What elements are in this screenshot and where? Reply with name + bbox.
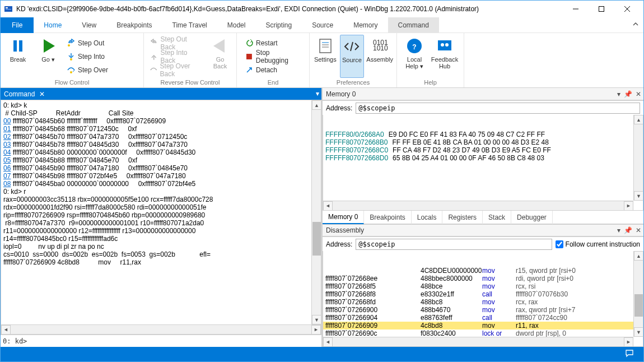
disassembly-row[interactable]: fffff807`0726690cf0830c2400lock ordword …	[323, 329, 633, 337]
memory-pin-icon[interactable]: 📌	[624, 90, 632, 98]
ribbon-collapse-icon[interactable]	[632, 21, 639, 29]
window-title: KD 'exdi:CLSID={29f9906e-9dbe-4d4b-b0fb-…	[16, 5, 563, 13]
svg-rect-7	[13, 40, 17, 52]
stack-frame-link[interactable]: 01	[3, 125, 11, 133]
disassembly-address-input[interactable]	[356, 239, 552, 250]
disassembly-row[interactable]: fffff807`072668f5488bcemovrcx, rsi	[323, 282, 633, 290]
memory-address-bar: Address:	[323, 100, 643, 115]
memory-row: FFFFF807072668B0FF FF EB 0E 41 8B CA BA …	[323, 138, 633, 146]
memory-dropdown-icon[interactable]: ▾	[617, 90, 620, 98]
step-into-button[interactable]: Step Into	[64, 50, 110, 63]
go-button[interactable]: Go ▾	[34, 35, 62, 78]
close-button[interactable]	[614, 1, 640, 17]
disassembly-pin-icon[interactable]: 📌	[624, 226, 632, 234]
maximize-button[interactable]	[589, 1, 614, 17]
memory-hscroll[interactable]: ◄►	[323, 201, 633, 210]
menu-view[interactable]: View	[72, 17, 106, 33]
stack-frame-link[interactable]: 02	[3, 133, 11, 141]
memory-tab[interactable]: Breakpoints	[364, 211, 411, 224]
minimize-button[interactable]	[563, 1, 589, 17]
disassembly-hscroll[interactable]: ◄►	[323, 337, 633, 346]
memory-panel-header[interactable]: Memory 0 ▾📌✕	[323, 88, 643, 100]
svg-rect-4	[599, 7, 604, 12]
group-pref-label: Preferences	[313, 78, 393, 87]
step-out-button[interactable]: Step Out	[64, 37, 110, 49]
command-panel-title: Command	[4, 90, 35, 98]
menu-time-travel[interactable]: Time Travel	[162, 17, 217, 33]
command-panel-header[interactable]: Command ✕ ▾	[1, 88, 321, 100]
disassembly-row[interactable]: 4C8DDEU00000000movr15, qword ptr [rsi+0	[323, 267, 633, 275]
group-end-label: End	[240, 78, 306, 87]
command-vscroll[interactable]: ▲▼	[311, 100, 321, 324]
group-flow-label: Flow Control	[4, 78, 140, 87]
stack-frame-link[interactable]: 07	[3, 172, 11, 180]
disassembly-row[interactable]: fffff807`07266900488b4670movrax, qword p…	[323, 306, 633, 314]
disassembly-address-bar: Address: Follow current instruction	[323, 236, 643, 251]
command-output[interactable]: 0: kd> k # Child-SP RetAddr Call Site00 …	[1, 100, 321, 324]
step-into-back-button[interactable]: Step Into Back	[147, 50, 205, 63]
break-button[interactable]: Break	[4, 35, 32, 78]
command-input[interactable]	[29, 337, 319, 345]
stack-frame-link[interactable]: 06	[3, 164, 11, 172]
menu-file[interactable]: File	[1, 17, 34, 33]
stack-frame-link[interactable]: 05	[3, 156, 11, 164]
ribbon: Break Go ▾ Step Out Step Into Step Over …	[1, 33, 643, 88]
detach-button[interactable]: Detach	[242, 64, 306, 76]
disassembly-panel-header[interactable]: Disassembly ▾📌✕	[323, 224, 643, 236]
memory-address-input[interactable]	[356, 103, 640, 114]
disassembly-row[interactable]: fffff807`072668f8e83302e1ffcallfffff807`…	[323, 290, 633, 298]
svg-text:?: ?	[412, 43, 416, 51]
disassembly-dropdown-icon[interactable]: ▾	[617, 226, 620, 234]
svg-point-9	[68, 44, 70, 47]
menu-breakpoints[interactable]: Breakpoints	[106, 17, 162, 33]
stack-frame-link[interactable]: 03	[3, 141, 11, 148]
stack-frame-link[interactable]: 08	[3, 180, 11, 188]
disassembly-row[interactable]: fffff807`072668ee488bbec8000000movrdi, q…	[323, 275, 633, 282]
title-bar: KD 'exdi:CLSID={29f9906e-9dbe-4d4b-b0fb-…	[1, 1, 643, 17]
command-panel-close-icon[interactable]: ✕	[39, 90, 45, 98]
disassembly-row[interactable]: fffff807`072669094c8bd8movr11, rax	[323, 322, 633, 329]
stack-frame-link[interactable]: 00	[3, 117, 11, 125]
command-panel-menu-icon[interactable]: ▾	[316, 90, 319, 98]
disassembly-row[interactable]: fffff807`07266904e88763feffcallfffff807`…	[323, 314, 633, 322]
disassembly-close-icon[interactable]: ✕	[636, 226, 641, 234]
feedback-hub-button[interactable]: Feedback Hub	[431, 35, 459, 78]
restart-button[interactable]: Restart	[242, 37, 306, 49]
menu-scripting[interactable]: Scripting	[255, 17, 302, 33]
follow-instruction-checkbox[interactable]: Follow current instruction	[556, 240, 640, 248]
disassembly-row[interactable]: fffff807`072668fd488bc8movrcx, rax	[323, 298, 633, 306]
menu-memory[interactable]: Memory	[343, 17, 388, 33]
settings-button[interactable]: Settings	[313, 35, 338, 78]
command-hscroll[interactable]: ◄►	[1, 324, 321, 334]
local-help-button[interactable]: ? Local Help ▾	[400, 35, 428, 78]
memory-view[interactable]: FFFFF80/0/2668A0E9 D0 FC E0 FF 41 83 FA …	[323, 115, 643, 211]
step-over-back-button[interactable]: Step Over Back	[147, 64, 205, 76]
disassembly-vscroll[interactable]: ▲▼	[633, 251, 643, 337]
memory-tab[interactable]: Debugger	[511, 211, 553, 224]
menu-command[interactable]: Command	[388, 17, 439, 33]
go-back-button[interactable]: Go Back	[207, 35, 233, 78]
memory-vscroll[interactable]: ▲▼	[633, 115, 643, 201]
source-mode-button[interactable]: Source	[340, 35, 365, 78]
memory-tab[interactable]: Memory 0	[323, 211, 364, 224]
follow-instruction-input[interactable]	[556, 240, 563, 248]
menu-source[interactable]: Source	[302, 17, 343, 33]
memory-close-icon[interactable]: ✕	[636, 90, 641, 98]
svg-rect-21	[438, 40, 451, 50]
stop-debugging-button[interactable]: Stop Debugging	[242, 50, 306, 63]
memory-tabstrip: Memory 0BreakpointsLocalsRegistersStackD…	[323, 211, 643, 224]
source-icon	[343, 38, 361, 55]
menu-model[interactable]: Model	[217, 17, 256, 33]
step-over-button[interactable]: Step Over	[64, 64, 110, 76]
memory-tab[interactable]: Locals	[412, 211, 443, 224]
memory-address-label: Address:	[326, 104, 352, 112]
feedback-icon-status[interactable]	[626, 350, 634, 359]
stack-frame-link[interactable]: 04	[3, 148, 11, 156]
step-out-back-button[interactable]: Step Out Back	[147, 37, 205, 49]
menu-home[interactable]: Home	[34, 17, 72, 33]
assembly-mode-button[interactable]: 01011010 Assembly	[366, 35, 393, 78]
memory-tab[interactable]: Registers	[442, 211, 483, 224]
disassembly-view[interactable]: 4C8DDEU00000000movr15, qword ptr [rsi+0f…	[323, 251, 643, 347]
svg-rect-1	[6, 7, 8, 8]
memory-tab[interactable]: Stack	[483, 211, 511, 224]
